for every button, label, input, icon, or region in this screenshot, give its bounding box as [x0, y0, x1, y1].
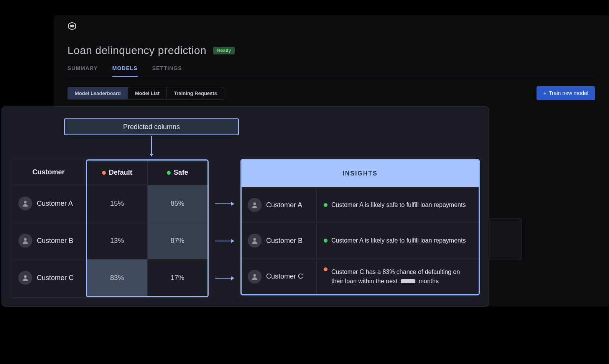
dot-red-icon [102, 171, 106, 175]
insights-customer: Customer C [242, 259, 317, 294]
arrow-right-icon [215, 222, 237, 259]
cell-default: 13% [87, 222, 147, 259]
insights-row: Customer B Customer A is likely safe to … [242, 223, 479, 259]
prediction-table-body: Customer A Customer B Customer C 15% 13%… [12, 185, 209, 297]
dot-green-icon [324, 203, 328, 207]
dot-green-icon [324, 239, 328, 243]
blank-placeholder [401, 279, 415, 283]
insights-customer-name: Customer C [266, 272, 303, 280]
svg-point-2 [24, 238, 27, 241]
background-panel-hint [489, 218, 522, 260]
insights-text: Customer A is likely safe to fulfill loa… [317, 223, 479, 258]
arrows-right [215, 185, 237, 297]
arrow-down-icon [150, 136, 153, 157]
predicted-columns-group: Default Safe [86, 159, 209, 185]
topbar [54, 15, 609, 37]
insights-text: Customer C has a 83% chance of defaultin… [317, 259, 479, 294]
safe-column: 85% 87% 17% [148, 185, 208, 296]
tab-models[interactable]: MODELS [112, 65, 138, 77]
cell-default: 15% [87, 185, 147, 222]
svg-point-5 [253, 238, 256, 241]
insights-text: Customer A is likely safe to fulfill loa… [317, 187, 479, 223]
prediction-customer-column: Customer A Customer B Customer C [12, 185, 85, 297]
table-row: Customer C [12, 259, 85, 296]
svg-point-4 [253, 202, 256, 205]
cell-safe: 17% [148, 259, 208, 296]
avatar-icon [248, 234, 262, 248]
avatar-icon [18, 234, 32, 248]
dot-green-icon [167, 171, 171, 175]
prediction-table-header: Customer Default Safe [12, 159, 209, 185]
customer-name: Customer C [37, 274, 74, 282]
insights-customer: Customer A [242, 187, 317, 223]
page-title: Loan delinquency prediction [67, 44, 206, 57]
insights-message: Customer A is likely safe to fulfill loa… [331, 236, 466, 245]
arrow-right-icon [215, 185, 237, 222]
tabs: SUMMARY MODELS SETTINGS [67, 65, 595, 77]
default-column: 15% 13% 83% [87, 185, 148, 296]
subtab-model-list[interactable]: Model List [128, 87, 167, 99]
cell-default: 83% [87, 259, 147, 296]
avatar-icon [18, 271, 32, 285]
svg-point-1 [24, 201, 27, 203]
customer-name: Customer A [37, 200, 73, 208]
subtabs-row: Model Leaderboard Model List Training Re… [54, 77, 609, 109]
svg-marker-0 [69, 22, 76, 30]
customer-name: Customer B [37, 237, 73, 245]
insights-header: INSIGHTS [242, 160, 479, 187]
subtabs: Model Leaderboard Model List Training Re… [67, 87, 224, 100]
insights-message: Customer C has a 83% chance of defaultin… [331, 267, 472, 286]
dot-red-icon [324, 267, 328, 271]
insights-row: Customer C Customer C has a 83% chance o… [242, 259, 479, 294]
insights-customer: Customer B [242, 223, 317, 258]
insights-body: Customer A Customer A is likely safe to … [242, 187, 479, 294]
avatar-icon [248, 198, 262, 212]
column-header-default: Default [87, 161, 148, 185]
insights-message-post: months [418, 278, 438, 284]
insights-customer-name: Customer B [266, 237, 303, 245]
column-header-customer: Customer [12, 159, 85, 185]
subtab-training-requests[interactable]: Training Requests [167, 87, 224, 99]
insights-panel: INSIGHTS Customer A Customer A is likely… [240, 159, 480, 295]
avatar-icon [248, 270, 262, 284]
avatar-icon [18, 197, 32, 210]
cell-safe: 85% [148, 185, 208, 222]
insights-message: Customer A is likely safe to fulfill loa… [331, 200, 466, 210]
svg-point-3 [24, 275, 27, 278]
column-header-safe: Safe [148, 161, 208, 185]
prediction-table: Customer Default Safe Customer A [12, 159, 209, 298]
prediction-value-columns: 15% 13% 83% 85% 87% 17% [86, 185, 209, 297]
overlay-panel: Predicted columns Customer Default Safe [2, 107, 489, 307]
tab-settings[interactable]: SETTINGS [152, 65, 182, 77]
insights-row: Customer A Customer A is likely safe to … [242, 187, 479, 223]
insights-customer-name: Customer A [266, 201, 302, 209]
train-new-model-label: Train new model [549, 90, 588, 96]
train-new-model-button[interactable]: + Train new model [537, 86, 595, 100]
cell-safe: 87% [148, 222, 208, 259]
svg-point-6 [253, 274, 256, 277]
table-row: Customer A [12, 185, 85, 222]
arrow-right-icon [215, 259, 237, 297]
predicted-columns-label: Predicted columns [64, 118, 239, 135]
title-row: Loan delinquency prediction Ready [67, 44, 595, 57]
insights-message-pre: Customer C has a 83% chance of defaultin… [331, 269, 460, 284]
table-row: Customer B [12, 222, 85, 259]
logo-icon [67, 21, 77, 31]
column-header-default-label: Default [109, 169, 132, 177]
tab-summary[interactable]: SUMMARY [67, 65, 98, 77]
column-header-safe-label: Safe [174, 169, 188, 177]
subtab-model-leaderboard[interactable]: Model Leaderboard [68, 87, 128, 99]
plus-icon: + [543, 90, 546, 96]
status-badge: Ready [213, 47, 235, 54]
header: Loan delinquency prediction Ready SUMMAR… [54, 37, 609, 77]
